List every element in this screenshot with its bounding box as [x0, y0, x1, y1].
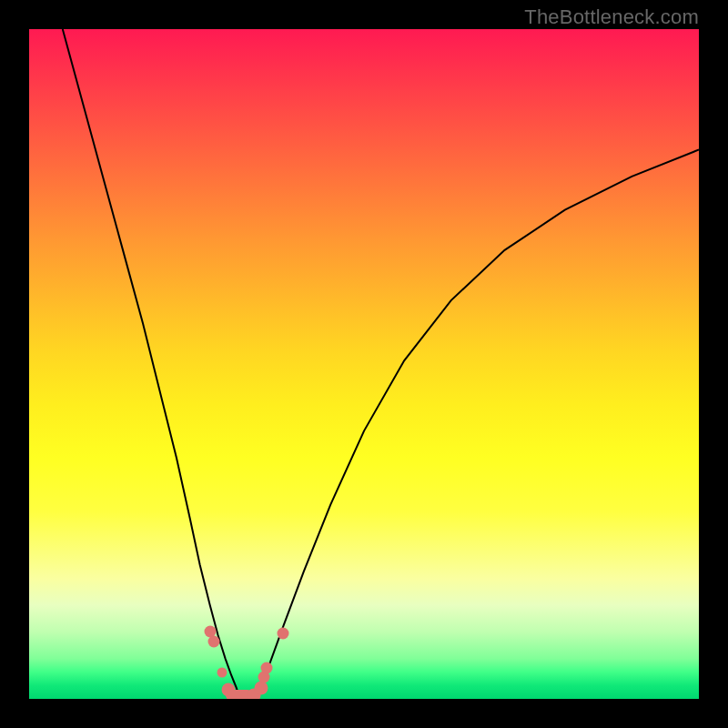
- data-marker: [208, 636, 220, 648]
- data-marker: [261, 662, 273, 674]
- data-marker: [277, 627, 288, 639]
- data-marker: [255, 682, 268, 695]
- chart-curves: [29, 29, 699, 699]
- chart-plot-area: [29, 29, 699, 699]
- watermark-label: TheBottleneck.com: [524, 5, 699, 29]
- data-marker: [217, 667, 227, 677]
- left-curve-path: [63, 29, 239, 695]
- right-curve-path: [254, 149, 699, 694]
